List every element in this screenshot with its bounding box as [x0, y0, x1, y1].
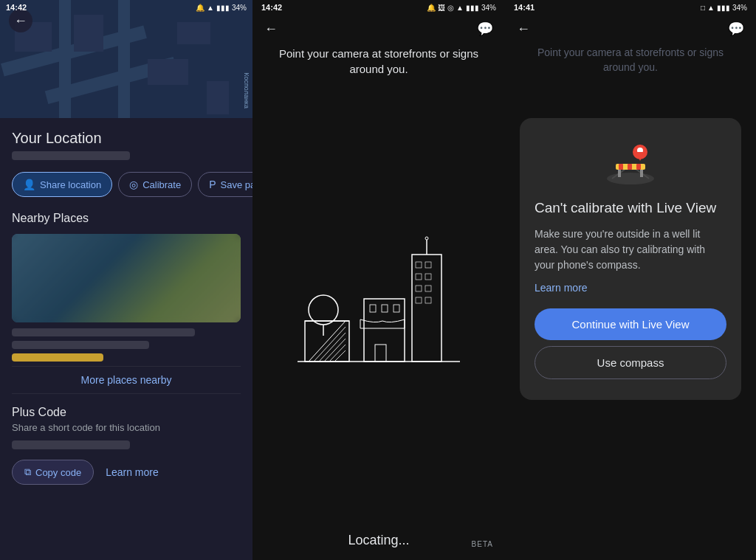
svg-point-27: [607, 173, 654, 184]
svg-rect-14: [382, 305, 388, 312]
map-view: 14:42 🔔 ▲ ▮▮▮ 34% ← Косполанка: [0, 0, 252, 118]
svg-rect-20: [425, 262, 431, 268]
save-parking-label: Save park: [221, 179, 253, 190]
status-icons-panel2: 🔔 🖼 ◎ ▲ ▮▮▮ 34%: [427, 4, 496, 12]
svg-rect-15: [394, 305, 399, 312]
statusbar-panel1: 14:42 🔔 ▲ ▮▮▮ 34%: [0, 0, 252, 15]
panel-location: 14:42 🔔 ▲ ▮▮▮ 34% ← Косполанка Your Loca…: [0, 0, 252, 560]
copy-icon: ⧉: [24, 466, 31, 478]
calibrate-icon: ◎: [129, 179, 138, 190]
more-places-link[interactable]: More places nearby: [12, 366, 241, 394]
statusbar-panel3: 14:41 □ ▲ ▮▮▮ 34%: [505, 0, 756, 15]
svg-rect-12: [375, 345, 386, 362]
status-icons-panel1: 🔔 ▲ ▮▮▮ 34%: [196, 4, 247, 12]
camera-instruction-panel3: Point your camera at storefronts or sign…: [505, 43, 756, 77]
plus-code-value-blur: [12, 440, 130, 449]
dialog-learn-more-link[interactable]: Learn more: [535, 282, 588, 294]
camera-instruction-panel2: Point your camera at storefronts or sign…: [252, 43, 505, 80]
location-address-blur: [12, 151, 130, 160]
your-location-title: Your Location: [12, 130, 241, 147]
battery-icon-p3: □: [701, 4, 705, 12]
svg-rect-32: [628, 164, 632, 170]
svg-rect-13: [370, 305, 376, 312]
svg-rect-33: [636, 164, 641, 170]
street-label: Косполанка: [243, 72, 250, 108]
nearby-image: [12, 234, 241, 322]
nearby-row-1: [12, 328, 195, 336]
copy-code-button[interactable]: ⧉ Copy code: [12, 460, 94, 485]
image-icon-p2: 🖼: [438, 4, 445, 12]
learn-more-link-panel1[interactable]: Learn more: [106, 466, 159, 478]
svg-rect-25: [416, 297, 422, 303]
calibrate-label: Calibrate: [142, 179, 181, 190]
nearby-blur: [12, 234, 241, 322]
chat-icon-panel2[interactable]: 💬: [477, 21, 493, 37]
svg-line-3: [309, 321, 346, 362]
time-panel3: 14:41: [514, 3, 535, 12]
city-illustration: [271, 80, 487, 533]
copy-code-label: Copy code: [35, 467, 81, 478]
signal-icon: ▮▮▮: [216, 4, 230, 12]
svg-line-8: [334, 350, 346, 362]
svg-rect-22: [425, 274, 431, 280]
calibration-error-dialog: Can't calibrate with Live View Make sure…: [520, 118, 741, 400]
dialog-body: Make sure you're outside in a well lit a…: [535, 227, 726, 273]
svg-rect-31: [619, 164, 623, 170]
svg-rect-23: [416, 286, 422, 291]
wifi-icon-p2: ▲: [456, 4, 464, 12]
battery-panel3: 34%: [732, 4, 747, 12]
wifi-icon-p3: ▲: [707, 4, 715, 12]
plus-code-title: Plus Code: [12, 406, 241, 419]
share-location-label: Share location: [40, 179, 101, 190]
continue-live-view-button[interactable]: Continue with Live View: [535, 308, 726, 340]
back-button-panel2[interactable]: ←: [264, 21, 278, 37]
chat-icon-panel3[interactable]: 💬: [728, 21, 744, 37]
topbar-panel2: ← 💬: [252, 15, 505, 43]
nearby-row-3: [12, 353, 103, 362]
dialog-title: Can't calibrate with Live View: [535, 199, 716, 218]
panel-live-view: 14:42 🔔 🖼 ◎ ▲ ▮▮▮ 34% ← 💬 Point your cam…: [252, 0, 505, 560]
svg-rect-16: [412, 255, 441, 362]
signal-icon-p3: ▮▮▮: [717, 4, 730, 12]
locating-text: Locating...: [348, 533, 409, 548]
notification-icon: 🔔: [196, 4, 205, 12]
signal-icon-p2: ▮▮▮: [466, 4, 479, 12]
nearby-places-title: Nearby Places: [12, 212, 241, 225]
battery-panel2: 34%: [481, 4, 496, 12]
share-location-button[interactable]: 👤 Share location: [12, 172, 112, 197]
calibration-error-icon: [601, 136, 660, 187]
use-compass-button[interactable]: Use compass: [535, 346, 726, 379]
share-icon: 👤: [23, 179, 35, 190]
back-arrow-icon: ←: [14, 13, 27, 29]
city-svg: [283, 232, 475, 380]
nearby-row-2: [12, 341, 149, 349]
location-content: Your Location 👤 Share location ◎ Calibra…: [0, 118, 252, 560]
status-icons-panel3: □ ▲ ▮▮▮ 34%: [701, 4, 747, 12]
parking-icon: P: [209, 179, 216, 190]
svg-rect-35: [640, 170, 643, 177]
action-buttons-row: 👤 Share location ◎ Calibrate P Save park: [12, 172, 241, 197]
topbar-panel3: ← 💬: [505, 15, 756, 43]
svg-line-4: [314, 327, 346, 362]
notification-icon-p2: 🔔: [427, 4, 436, 12]
plus-code-subtitle: Share a short code for this location: [12, 422, 241, 433]
beta-badge: BETA: [472, 540, 493, 548]
svg-point-18: [425, 237, 428, 240]
save-parking-button[interactable]: P Save park: [198, 172, 252, 197]
svg-line-5: [319, 333, 346, 362]
panel-calibrate-error: 14:41 □ ▲ ▮▮▮ 34% ← 💬 Point your camera …: [505, 0, 756, 560]
time-panel1: 14:42: [6, 3, 27, 12]
nearby-text-blurred: [12, 328, 241, 362]
svg-rect-24: [425, 286, 431, 291]
svg-rect-34: [618, 170, 621, 177]
svg-line-6: [324, 339, 346, 362]
location-icon-p2: ◎: [447, 4, 454, 12]
svg-point-9: [309, 295, 338, 325]
calibrate-button[interactable]: ◎ Calibrate: [118, 172, 192, 197]
wifi-icon: ▲: [207, 4, 214, 12]
back-button-panel3[interactable]: ←: [517, 21, 530, 37]
svg-rect-26: [425, 297, 431, 303]
statusbar-panel2: 14:42 🔔 🖼 ◎ ▲ ▮▮▮ 34%: [252, 0, 505, 15]
bottom-actions: ⧉ Copy code Learn more: [12, 460, 241, 485]
time-panel2: 14:42: [261, 3, 282, 12]
